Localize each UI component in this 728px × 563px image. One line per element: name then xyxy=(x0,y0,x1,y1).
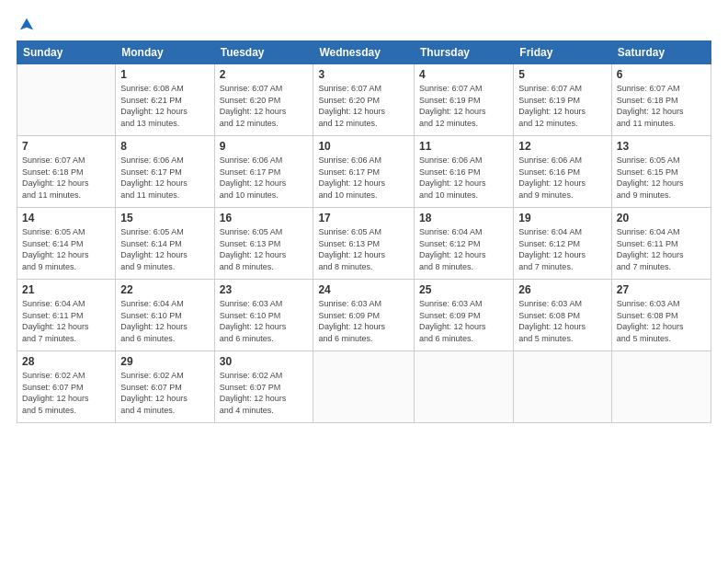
header-row: SundayMondayTuesdayWednesdayThursdayFrid… xyxy=(17,41,711,64)
day-header-friday: Friday xyxy=(514,41,612,64)
day-number: 16 xyxy=(220,212,309,224)
day-number: 10 xyxy=(318,140,409,153)
day-number: 12 xyxy=(518,140,607,153)
day-number: 29 xyxy=(120,355,209,368)
day-number: 18 xyxy=(419,212,508,224)
day-cell xyxy=(313,351,415,423)
header xyxy=(17,17,711,33)
day-info: Sunrise: 6:05 AM Sunset: 6:14 PM Dayligh… xyxy=(22,226,110,272)
day-cell: 14Sunrise: 6:05 AM Sunset: 6:14 PM Dayli… xyxy=(17,208,116,280)
day-cell: 22Sunrise: 6:04 AM Sunset: 6:10 PM Dayli… xyxy=(116,280,214,351)
calendar: SundayMondayTuesdayWednesdayThursdayFrid… xyxy=(17,40,711,423)
day-info: Sunrise: 6:08 AM Sunset: 6:21 PM Dayligh… xyxy=(120,83,209,129)
day-number: 9 xyxy=(220,140,309,153)
week-row: 7Sunrise: 6:07 AM Sunset: 6:18 PM Daylig… xyxy=(17,136,711,208)
day-cell: 20Sunrise: 6:04 AM Sunset: 6:11 PM Dayli… xyxy=(611,208,711,280)
day-info: Sunrise: 6:03 AM Sunset: 6:09 PM Dayligh… xyxy=(419,298,508,344)
day-cell: 8Sunrise: 6:06 AM Sunset: 6:17 PM Daylig… xyxy=(116,136,214,208)
day-info: Sunrise: 6:06 AM Sunset: 6:17 PM Dayligh… xyxy=(220,155,309,201)
day-info: Sunrise: 6:04 AM Sunset: 6:10 PM Dayligh… xyxy=(120,298,209,344)
day-cell: 11Sunrise: 6:06 AM Sunset: 6:16 PM Dayli… xyxy=(415,136,514,208)
logo xyxy=(17,17,35,33)
day-header-sunday: Sunday xyxy=(17,41,116,64)
day-cell xyxy=(514,351,612,423)
week-row: 14Sunrise: 6:05 AM Sunset: 6:14 PM Dayli… xyxy=(17,208,711,280)
day-number: 8 xyxy=(120,140,209,153)
day-info: Sunrise: 6:06 AM Sunset: 6:16 PM Dayligh… xyxy=(518,155,607,201)
day-cell: 18Sunrise: 6:04 AM Sunset: 6:12 PM Dayli… xyxy=(415,208,514,280)
day-number: 4 xyxy=(419,68,508,81)
week-row: 21Sunrise: 6:04 AM Sunset: 6:11 PM Dayli… xyxy=(17,280,711,351)
day-info: Sunrise: 6:07 AM Sunset: 6:19 PM Dayligh… xyxy=(518,83,607,129)
calendar-header: SundayMondayTuesdayWednesdayThursdayFrid… xyxy=(17,41,711,64)
day-number: 7 xyxy=(22,140,110,153)
day-header-thursday: Thursday xyxy=(415,41,514,64)
day-cell: 21Sunrise: 6:04 AM Sunset: 6:11 PM Dayli… xyxy=(17,280,116,351)
day-info: Sunrise: 6:05 AM Sunset: 6:13 PM Dayligh… xyxy=(318,226,409,272)
day-info: Sunrise: 6:04 AM Sunset: 6:12 PM Dayligh… xyxy=(518,226,607,272)
day-info: Sunrise: 6:07 AM Sunset: 6:18 PM Dayligh… xyxy=(617,83,706,129)
day-header-tuesday: Tuesday xyxy=(214,41,313,64)
day-info: Sunrise: 6:07 AM Sunset: 6:20 PM Dayligh… xyxy=(220,83,309,129)
day-info: Sunrise: 6:03 AM Sunset: 6:09 PM Dayligh… xyxy=(318,298,409,344)
day-cell: 6Sunrise: 6:07 AM Sunset: 6:18 PM Daylig… xyxy=(611,64,711,136)
day-cell: 25Sunrise: 6:03 AM Sunset: 6:09 PM Dayli… xyxy=(415,280,514,351)
day-number: 1 xyxy=(120,68,209,81)
day-info: Sunrise: 6:02 AM Sunset: 6:07 PM Dayligh… xyxy=(22,370,110,416)
day-cell: 13Sunrise: 6:05 AM Sunset: 6:15 PM Dayli… xyxy=(611,136,711,208)
day-header-saturday: Saturday xyxy=(611,41,711,64)
day-number: 13 xyxy=(617,140,706,153)
day-number: 24 xyxy=(318,283,409,296)
day-cell: 24Sunrise: 6:03 AM Sunset: 6:09 PM Dayli… xyxy=(313,280,415,351)
day-number: 20 xyxy=(617,212,706,224)
day-header-wednesday: Wednesday xyxy=(313,41,415,64)
day-number: 2 xyxy=(220,68,309,81)
day-info: Sunrise: 6:06 AM Sunset: 6:17 PM Dayligh… xyxy=(120,155,209,201)
day-cell: 28Sunrise: 6:02 AM Sunset: 6:07 PM Dayli… xyxy=(17,351,116,423)
day-cell: 17Sunrise: 6:05 AM Sunset: 6:13 PM Dayli… xyxy=(313,208,415,280)
day-cell: 23Sunrise: 6:03 AM Sunset: 6:10 PM Dayli… xyxy=(214,280,313,351)
day-cell: 16Sunrise: 6:05 AM Sunset: 6:13 PM Dayli… xyxy=(214,208,313,280)
day-number: 27 xyxy=(617,283,706,296)
day-cell xyxy=(611,351,711,423)
day-info: Sunrise: 6:02 AM Sunset: 6:07 PM Dayligh… xyxy=(120,370,209,416)
page: SundayMondayTuesdayWednesdayThursdayFrid… xyxy=(0,0,728,563)
day-number: 11 xyxy=(419,140,508,153)
day-cell: 10Sunrise: 6:06 AM Sunset: 6:17 PM Dayli… xyxy=(313,136,415,208)
day-info: Sunrise: 6:03 AM Sunset: 6:08 PM Dayligh… xyxy=(617,298,706,344)
day-cell: 3Sunrise: 6:07 AM Sunset: 6:20 PM Daylig… xyxy=(313,64,415,136)
day-number: 21 xyxy=(22,283,110,296)
day-info: Sunrise: 6:06 AM Sunset: 6:17 PM Dayligh… xyxy=(318,155,409,201)
day-cell: 27Sunrise: 6:03 AM Sunset: 6:08 PM Dayli… xyxy=(611,280,711,351)
logo-icon xyxy=(18,17,35,33)
day-cell: 9Sunrise: 6:06 AM Sunset: 6:17 PM Daylig… xyxy=(214,136,313,208)
day-number: 5 xyxy=(518,68,607,81)
day-cell: 29Sunrise: 6:02 AM Sunset: 6:07 PM Dayli… xyxy=(116,351,214,423)
day-number: 26 xyxy=(518,283,607,296)
day-number: 17 xyxy=(318,212,409,224)
day-info: Sunrise: 6:03 AM Sunset: 6:10 PM Dayligh… xyxy=(220,298,309,344)
day-number: 22 xyxy=(120,283,209,296)
day-header-monday: Monday xyxy=(116,41,214,64)
day-info: Sunrise: 6:07 AM Sunset: 6:18 PM Dayligh… xyxy=(22,155,110,201)
day-cell: 19Sunrise: 6:04 AM Sunset: 6:12 PM Dayli… xyxy=(514,208,612,280)
week-row: 1Sunrise: 6:08 AM Sunset: 6:21 PM Daylig… xyxy=(17,64,711,136)
day-cell xyxy=(415,351,514,423)
day-info: Sunrise: 6:06 AM Sunset: 6:16 PM Dayligh… xyxy=(419,155,508,201)
day-info: Sunrise: 6:05 AM Sunset: 6:14 PM Dayligh… xyxy=(120,226,209,272)
day-cell: 1Sunrise: 6:08 AM Sunset: 6:21 PM Daylig… xyxy=(116,64,214,136)
day-number: 14 xyxy=(22,212,110,224)
calendar-body: 1Sunrise: 6:08 AM Sunset: 6:21 PM Daylig… xyxy=(17,64,711,423)
day-info: Sunrise: 6:04 AM Sunset: 6:12 PM Dayligh… xyxy=(419,226,508,272)
day-cell: 7Sunrise: 6:07 AM Sunset: 6:18 PM Daylig… xyxy=(17,136,116,208)
day-info: Sunrise: 6:03 AM Sunset: 6:08 PM Dayligh… xyxy=(518,298,607,344)
day-number: 30 xyxy=(220,355,309,368)
day-cell: 26Sunrise: 6:03 AM Sunset: 6:08 PM Dayli… xyxy=(514,280,612,351)
day-cell: 4Sunrise: 6:07 AM Sunset: 6:19 PM Daylig… xyxy=(415,64,514,136)
day-number: 23 xyxy=(220,283,309,296)
day-cell: 30Sunrise: 6:02 AM Sunset: 6:07 PM Dayli… xyxy=(214,351,313,423)
week-row: 28Sunrise: 6:02 AM Sunset: 6:07 PM Dayli… xyxy=(17,351,711,423)
day-number: 6 xyxy=(617,68,706,81)
day-number: 19 xyxy=(518,212,607,224)
day-number: 28 xyxy=(22,355,110,368)
